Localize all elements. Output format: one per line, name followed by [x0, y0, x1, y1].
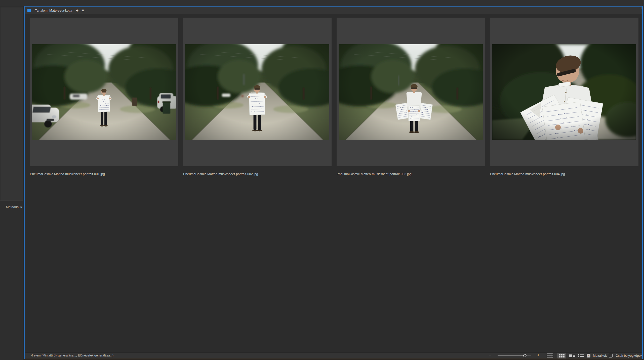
metadata-panel-toggle[interactable]: Metaadat »: [0, 201, 23, 213]
list-view-button[interactable]: [577, 353, 585, 358]
status-bar: 4 elem (Miniatűrök generálása..., Előnéz…: [25, 352, 642, 359]
content-grid: PneumaCosmic-Matteo-musicsheet-portrait-…: [25, 14, 642, 353]
thumbnail-view-button[interactable]: [557, 353, 566, 358]
thumbnails-only-checkbox[interactable]: [609, 354, 613, 357]
content-tab-title[interactable]: Tartalom: Mate-es-a-kotta: [35, 9, 72, 12]
panel-corner-grip-icon[interactable]: [639, 7, 641, 9]
thumbnail-cell[interactable]: [183, 18, 332, 166]
mosaics-checkbox[interactable]: ✓: [587, 354, 590, 357]
thumbnail-size-slider[interactable]: [498, 355, 523, 356]
mosaics-checkbox-label[interactable]: Mozaikok: [593, 354, 607, 357]
photo-thumbnail[interactable]: [185, 44, 329, 140]
thumbnail-filename[interactable]: PneumaCosmic-Matteo-musicsheet-portrait-…: [183, 172, 331, 177]
details-view-icon: [569, 354, 575, 357]
thumbnail-filename[interactable]: PneumaCosmic-Matteo-musicsheet-portrait-…: [30, 172, 178, 177]
thumbnails-only-checkbox-label[interactable]: Csak bélyegképek: [616, 354, 642, 357]
details-view-button[interactable]: [568, 353, 576, 358]
panel-menu-icon[interactable]: ≡: [82, 9, 84, 13]
panel-tab-bar: Tartalom: Mate-es-a-kotta + ≡: [25, 7, 642, 15]
status-divider: [585, 354, 585, 358]
add-tab-button[interactable]: +: [76, 8, 78, 13]
thumbnail-cell[interactable]: [30, 18, 178, 166]
adobe-bridge-window: Metaadat » Tartalom: Mate-es-a-kotta + ≡: [0, 0, 644, 360]
thumbnail-size-slider-thumb[interactable]: [523, 354, 527, 357]
thumbnail-filename[interactable]: PneumaCosmic-Matteo-musicsheet-portrait-…: [337, 172, 485, 177]
thumbnail-cell[interactable]: [337, 18, 485, 166]
content-panel: Tartalom: Mate-es-a-kotta + ≡: [24, 6, 643, 359]
lock-thumbnail-grid-button[interactable]: [546, 353, 554, 358]
thumbnail-filename[interactable]: PneumaCosmic-Matteo-musicsheet-portrait-…: [490, 172, 638, 177]
photo-thumbnail[interactable]: [339, 44, 483, 140]
thumbnail-cell[interactable]: [490, 18, 638, 166]
panel-color-square-icon: [27, 9, 31, 12]
expand-panel-icon[interactable]: »: [20, 205, 22, 209]
thumbnail-grid-icon: [559, 354, 565, 358]
grid-lock-icon: [547, 353, 553, 358]
photo-thumbnail[interactable]: [492, 44, 636, 140]
thumbnail-size-slider-remainder[interactable]: [527, 355, 531, 356]
item-count-status: 4 elem (Miniatűrök generálása..., Előnéz…: [31, 354, 113, 357]
left-sidebar: Metaadat »: [0, 6, 24, 360]
window-top-strip: [0, 0, 644, 6]
zoom-in-button[interactable]: +: [536, 353, 541, 357]
status-divider: [556, 354, 556, 358]
photo-thumbnail[interactable]: [32, 44, 176, 140]
metadata-panel-label: Metaadat: [6, 205, 19, 209]
status-divider: [544, 354, 544, 358]
list-view-icon: [578, 354, 584, 357]
zoom-out-button[interactable]: −: [487, 353, 492, 357]
collapsed-side-panel: [1, 8, 23, 201]
